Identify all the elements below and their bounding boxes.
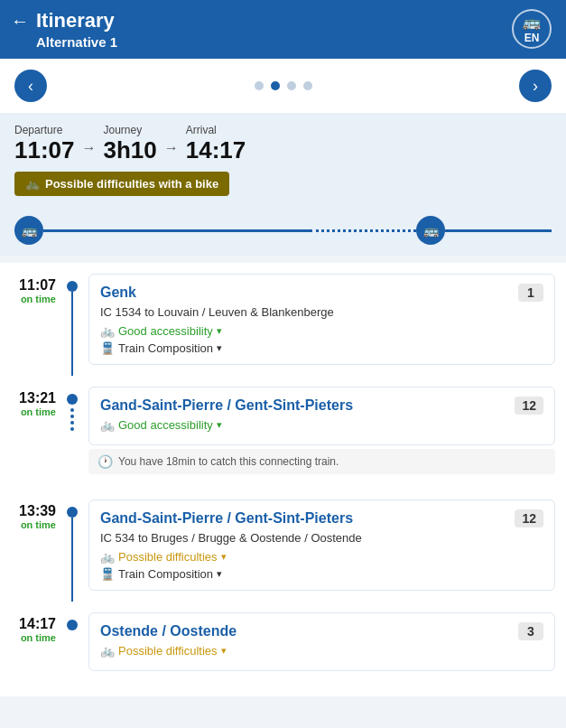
accessibility-text-4: Possible difficulties	[118, 644, 218, 658]
chevron-down-icon-4[interactable]: ▾	[221, 645, 227, 657]
progress-line-2	[445, 229, 552, 232]
journey-col: Journey 3h10	[104, 124, 157, 164]
chevron-left-icon: ‹	[28, 77, 33, 96]
stop-line-col-1	[63, 263, 81, 376]
stop-row-2: 13:21 on time Gand-Saint-Pierre / Gent-S…	[0, 376, 566, 489]
progress-stop-start: 🚌	[14, 216, 43, 245]
connecting-notice-text: You have 18min to catch this connecting …	[118, 455, 339, 468]
on-time-2: on time	[11, 406, 56, 417]
arrow-icon-1: →	[82, 140, 97, 156]
vdot-1	[70, 408, 74, 412]
accessibility-1: 🚲 Good accessibility ▾	[100, 324, 543, 338]
stop-line-col-3	[63, 489, 81, 602]
arrival-label: Arrival	[186, 124, 246, 136]
platform-badge-2: 12	[515, 397, 543, 415]
header-left: ← Itinerary Alternative 1	[11, 9, 117, 50]
carousel-dot-4	[303, 81, 312, 90]
arrival-col: Arrival 14:17	[186, 124, 246, 164]
carousel-dots	[255, 81, 312, 90]
train-info-1: IC 1534 to Louvain / Leuven & Blankenber…	[100, 305, 543, 319]
platform-badge-4: 3	[518, 622, 543, 640]
bus-icon-end: 🚌	[423, 223, 439, 238]
language-button[interactable]: 🚌 EN	[512, 9, 552, 49]
on-time-1: on time	[11, 294, 56, 304]
bike-icon: 🚲	[25, 177, 40, 191]
stop-content-2: Gand-Saint-Pierre / Gent-Sint-Pieters 12…	[81, 376, 566, 489]
stop-time-col-4: 14:17 on time	[0, 602, 63, 682]
chevron-down-icon-2[interactable]: ▾	[217, 419, 222, 431]
stop-name-1: Genk	[100, 285, 136, 301]
arrow-icon-2: →	[164, 140, 179, 156]
bike-icon-4: 🚲	[100, 644, 115, 658]
header-back: ← Itinerary	[11, 9, 117, 33]
stop-time-col-1: 11:07 on time	[0, 263, 63, 376]
stop-dot-3	[67, 507, 78, 518]
progress-line-1	[43, 229, 310, 232]
stop-dot-1	[67, 281, 78, 292]
bike-icon-2: 🚲	[100, 418, 115, 432]
stop-row-4: 14:17 on time Ostende / Oostende 3 🚲 Pos…	[0, 602, 566, 682]
on-time-4: on time	[11, 632, 56, 643]
platform-badge-3: 12	[515, 509, 543, 527]
vertical-line-1	[71, 292, 73, 376]
departure-label: Departure	[14, 124, 75, 136]
train-icon-3: 🚆	[100, 567, 115, 581]
stop-card-4: Ostende / Oostende 3 🚲 Possible difficul…	[88, 612, 555, 671]
globe-icon: 🚌	[523, 14, 541, 31]
progress-stop-end: 🚌	[416, 216, 445, 245]
stop-card-1: Genk 1 IC 1534 to Louvain / Leuven & Bla…	[88, 274, 555, 365]
stop-line-col-4	[63, 602, 81, 682]
chevron-down-icon-1[interactable]: ▾	[217, 325, 222, 337]
arrival-time: 14:17	[186, 136, 246, 164]
carousel: ‹ ›	[0, 59, 566, 113]
chevron-right-icon: ›	[533, 77, 538, 96]
alternative-label: Alternative 1	[36, 34, 117, 50]
train-comp-label-1: Train Composition	[118, 341, 213, 355]
journey-label: Journey	[104, 124, 157, 136]
stop-card-3: Gand-Saint-Pierre / Gent-Sint-Pieters 12…	[88, 499, 555, 591]
chevron-down-icon-tc3: ▾	[217, 568, 222, 580]
stop-time-3: 13:39	[11, 503, 56, 519]
trip-times: Departure 11:07 → Journey 3h10 → Arrival…	[14, 124, 552, 164]
train-composition-3[interactable]: 🚆 Train Composition ▾	[100, 567, 543, 581]
accessibility-4: 🚲 Possible difficulties ▾	[100, 644, 543, 658]
stop-row-3: 13:39 on time Gand-Saint-Pierre / Gent-S…	[0, 489, 566, 602]
stop-name-row-3: Gand-Saint-Pierre / Gent-Sint-Pieters 12	[100, 509, 543, 527]
back-button[interactable]: ←	[11, 11, 29, 32]
stop-time-1: 11:07	[11, 277, 56, 294]
trip-summary: Departure 11:07 → Journey 3h10 → Arrival…	[0, 113, 566, 209]
stop-line-col-2	[63, 376, 81, 489]
stop-time-4: 14:17	[11, 616, 56, 632]
stop-name-2: Gand-Saint-Pierre / Gent-Sint-Pieters	[100, 397, 353, 414]
header: ← Itinerary Alternative 1 🚌 EN	[0, 0, 566, 59]
page-title: Itinerary	[36, 9, 115, 33]
stop-name-4: Ostende / Oostende	[100, 623, 237, 639]
train-comp-label-3: Train Composition	[118, 567, 213, 581]
carousel-prev-button[interactable]: ‹	[14, 70, 47, 102]
vdot-3	[70, 421, 74, 425]
chevron-down-icon-3[interactable]: ▾	[221, 551, 227, 563]
stop-time-2: 13:21	[11, 390, 56, 406]
carousel-next-button[interactable]: ›	[519, 70, 552, 102]
carousel-dot-3	[287, 81, 296, 90]
bus-icon-start: 🚌	[22, 223, 37, 238]
train-composition-1[interactable]: 🚆 Train Composition ▾	[100, 341, 543, 355]
stop-content-4: Ostende / Oostende 3 🚲 Possible difficul…	[81, 602, 566, 682]
carousel-dot-2	[271, 81, 280, 90]
accessibility-text-3: Possible difficulties	[118, 550, 218, 564]
stop-name-row-2: Gand-Saint-Pierre / Gent-Sint-Pieters 12	[100, 397, 543, 415]
carousel-dot-1	[255, 81, 264, 90]
stop-content-3: Gand-Saint-Pierre / Gent-Sint-Pieters 12…	[81, 489, 566, 602]
vertical-line-3	[71, 518, 73, 602]
vdot-4	[70, 427, 74, 431]
progress-section: 🚌 🚌	[0, 209, 566, 256]
stop-name-row-1: Genk 1	[100, 284, 543, 302]
stop-time-col-3: 13:39 on time	[0, 489, 63, 602]
train-icon-1: 🚆	[100, 341, 115, 355]
stop-time-col-2: 13:21 on time	[0, 376, 63, 489]
bike-icon-3: 🚲	[100, 550, 115, 564]
accessibility-3: 🚲 Possible difficulties ▾	[100, 550, 543, 564]
departure-time: 11:07	[14, 136, 75, 164]
bike-warning-badge: 🚲 Possible difficulties with a bike	[14, 172, 229, 196]
stop-name-row-4: Ostende / Oostende 3	[100, 622, 543, 640]
